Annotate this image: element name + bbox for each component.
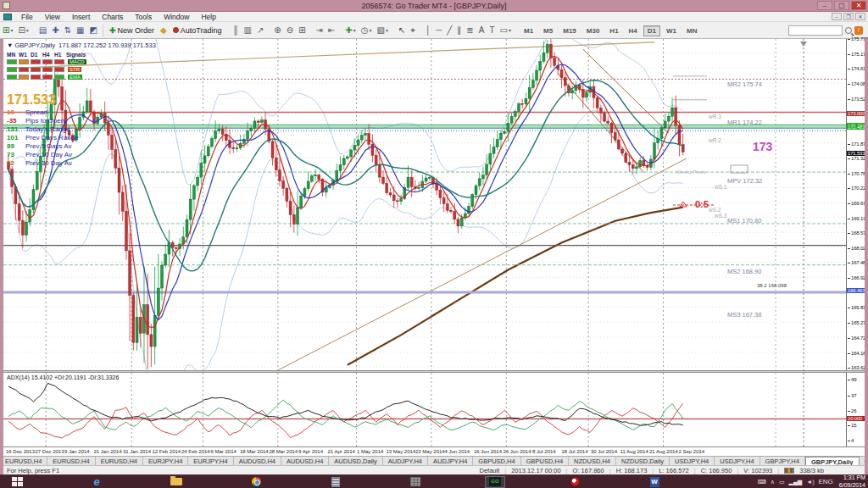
- chart-tab-gbpjpy-h4[interactable]: GBPJPY,H4: [760, 457, 805, 465]
- chart-tab-nzdusd-h4[interactable]: NZDUSD,H4: [569, 457, 616, 465]
- chart-tab-audusd-h4[interactable]: AUDUSD,H4: [281, 457, 329, 465]
- chart-tab-usdjpy-h4[interactable]: USDJPY,H4: [670, 457, 715, 465]
- menu-charts[interactable]: Charts: [96, 13, 129, 21]
- label-icon[interactable]: T: [487, 23, 497, 36]
- adx-chart[interactable]: [3, 373, 846, 446]
- community-icon[interactable]: !: [854, 26, 863, 35]
- timeframe-m30[interactable]: M30: [582, 25, 604, 36]
- taskbar-chrome[interactable]: [246, 476, 266, 488]
- volume-icon[interactable]: ◄): [806, 479, 814, 485]
- signal-icon[interactable]: ▂▄▆: [789, 479, 803, 485]
- date-axis[interactable]: 16 Dec 201327 Dec 20139 Jan 201421 Jan 2…: [3, 446, 865, 456]
- dropdown-arrow-icon[interactable]: ▾: [26, 27, 29, 33]
- data-window-icon[interactable]: ✚: [49, 24, 61, 37]
- price-axis[interactable]: 175.730175.175174.635174.080173.525171.8…: [846, 39, 865, 370]
- taskbar-word[interactable]: W: [644, 476, 665, 488]
- chevron-up-icon[interactable]: ∧: [771, 479, 775, 485]
- menu-insert[interactable]: Insert: [66, 13, 96, 21]
- horizontal-line-icon[interactable]: ─: [433, 23, 444, 36]
- crosshair-icon[interactable]: ⌖: [408, 24, 418, 37]
- child-minimize-button[interactable]: –: [832, 13, 842, 20]
- templates-icon[interactable]: ▧▾: [374, 23, 390, 36]
- navigator-icon[interactable]: ⇅: [62, 24, 74, 37]
- tray-clock[interactable]: 1:31 PM6/09/2014: [839, 474, 865, 488]
- dropdown-arrow-icon[interactable]: ▾: [353, 27, 356, 33]
- dropdown-arrow-icon[interactable]: ▾: [386, 27, 388, 33]
- metaeditor-icon[interactable]: ◆: [158, 24, 170, 37]
- menu-window[interactable]: Window: [158, 13, 195, 21]
- vertical-line-icon[interactable]: │: [423, 23, 433, 36]
- strategy-tester-icon[interactable]: ◩: [87, 24, 100, 37]
- zoom-in-icon[interactable]: ⊕: [271, 23, 283, 36]
- line-chart-icon[interactable]: ↗: [254, 23, 266, 36]
- pc-icon[interactable]: ▭: [779, 479, 785, 485]
- new-order-button[interactable]: ✚New Order: [106, 24, 158, 37]
- chart-tab-gbpusd-h4[interactable]: GBPUSD,H4: [473, 457, 520, 465]
- dropdown-arrow-icon[interactable]: ▾: [10, 27, 13, 33]
- chart-tab-eurjpy-h4[interactable]: EURJPY,H4: [143, 457, 188, 465]
- autotrading-button[interactable]: AutoTrading: [170, 24, 225, 37]
- profiles-icon[interactable]: ⊟▾: [15, 24, 31, 37]
- fibonacci-icon[interactable]: ≣: [464, 23, 476, 36]
- timeframe-d1[interactable]: D1: [643, 25, 660, 36]
- child-close-button[interactable]: ✕: [855, 13, 865, 20]
- chart-tab-eurusd-h4[interactable]: EURUSD,H4: [47, 457, 95, 465]
- start-button[interactable]: [7, 476, 27, 488]
- timeframe-m1[interactable]: M1: [520, 25, 537, 36]
- timeframe-h4[interactable]: H4: [625, 25, 642, 36]
- shapes-icon[interactable]: ▭▾: [498, 23, 514, 36]
- search-icon[interactable]: [845, 27, 852, 34]
- tile-windows-icon[interactable]: ⊞: [296, 23, 308, 36]
- child-restore-button[interactable]: ❐: [843, 13, 854, 20]
- close-button[interactable]: ✕: [851, 1, 866, 10]
- text-icon[interactable]: A: [476, 23, 487, 36]
- chart-tab-eurusd-h4[interactable]: EURUSD,H4: [96, 457, 143, 465]
- keyboard-icon[interactable]: ⌨: [758, 479, 766, 485]
- market-watch-icon[interactable]: ▤: [36, 24, 49, 37]
- adx-panel[interactable]: ADX(14) 15.4102 +DI:20.1191 -DI:31.3326 …: [3, 373, 865, 446]
- taskbar-app-grid[interactable]: [405, 476, 426, 488]
- search-input[interactable]: [788, 25, 843, 36]
- chart-tab-eurjpy-h4[interactable]: EURJPY,H4: [188, 457, 233, 465]
- timeframe-mn[interactable]: MN: [682, 25, 701, 36]
- chart-tab-audjpy-h4[interactable]: AUDJPY,H4: [428, 457, 473, 465]
- taskbar-file-explorer[interactable]: [166, 476, 186, 488]
- terminal-icon[interactable]: ▦: [74, 24, 86, 37]
- menu-help[interactable]: Help: [195, 13, 221, 21]
- periods-icon[interactable]: ◷▾: [359, 23, 375, 36]
- menu-tools[interactable]: Tools: [129, 13, 158, 21]
- chart-menu-icon[interactable]: [3, 14, 12, 20]
- zoom-out-icon[interactable]: ⊖: [284, 23, 296, 36]
- menu-view[interactable]: View: [39, 13, 66, 21]
- channel-icon[interactable]: ∥: [454, 23, 464, 36]
- new-chart-icon[interactable]: ⊞▾: [0, 24, 15, 37]
- title-bar[interactable]: 2056574: Go Trader MT4 - [GBPJPY,Daily] …: [0, 0, 868, 12]
- bar-chart-icon[interactable]: ║: [230, 23, 241, 36]
- taskbar-calculator[interactable]: [326, 476, 346, 488]
- cursor-icon[interactable]: ↖: [396, 23, 408, 36]
- indicators-icon[interactable]: ✚▾: [342, 23, 358, 36]
- language-indicator[interactable]: ENG: [819, 478, 833, 485]
- chart-shift-icon[interactable]: ⇤: [326, 23, 337, 36]
- chart-tab-audusd-daily[interactable]: AUDUSD,Daily: [329, 457, 382, 465]
- timeframe-h1[interactable]: H1: [605, 25, 622, 36]
- candlestick-icon[interactable]: ▥: [242, 23, 254, 36]
- dropdown-arrow-icon[interactable]: ▾: [509, 27, 511, 33]
- adx-axis[interactable]: 49372615420.000: [846, 373, 865, 446]
- chart-tab-nzdusd-daily[interactable]: NZDUSD,Daily: [616, 457, 670, 465]
- taskbar-internet-explorer[interactable]: e: [86, 476, 107, 488]
- dropdown-arrow-icon[interactable]: ▾: [369, 27, 371, 33]
- chart-tab-audusd-h4[interactable]: AUDUSD,H4: [234, 457, 281, 465]
- chart-tab-usdjpy-h4[interactable]: USDJPY,H4: [715, 457, 760, 465]
- price-chart[interactable]: MR2 175.74wR.3MR1 174.22wR.2173Weekly Pi…: [3, 39, 846, 370]
- timeframe-m15[interactable]: M15: [559, 25, 581, 36]
- chart-tab-eurusd-h4[interactable]: EURUSD,H4: [0, 457, 47, 465]
- taskbar-go-trader-active[interactable]: GO: [485, 476, 505, 488]
- chart-tab-gbpjpy-daily[interactable]: GBPJPY,Daily: [805, 457, 860, 465]
- maximize-button[interactable]: ▢: [834, 1, 849, 10]
- chart-tab-gbpusd-h4[interactable]: GBPUSD,H4: [521, 457, 569, 465]
- chart-tab-audjpy-h4[interactable]: AUDJPY,H4: [383, 457, 428, 465]
- trendline-icon[interactable]: ╱: [444, 23, 454, 36]
- taskbar-metatrader[interactable]: [565, 476, 585, 488]
- menu-file[interactable]: File: [15, 13, 39, 21]
